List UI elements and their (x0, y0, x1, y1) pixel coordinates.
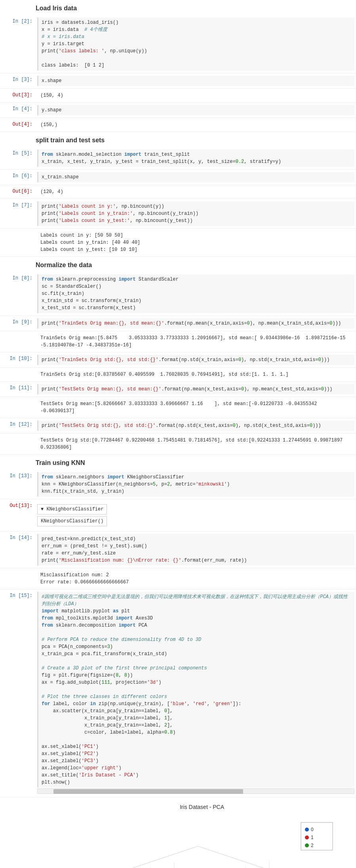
cell-out10: TrainSets Orig std:[0.83785607 0.4095599… (0, 368, 356, 382)
notebook: Load Iris data In [2]: iris = datasets.l… (0, 0, 356, 868)
cell-in2: In [2]: iris = datasets.load_iris() x = … (0, 15, 356, 73)
code-in5: from sklearn.model_selection import trai… (37, 149, 354, 167)
cell-in11: In [11]: print('TestSets Orig mean:{}, s… (0, 382, 356, 397)
cell-in14: In [14]: pred_test=knn.predict(x_test_st… (0, 532, 356, 568)
cell-content-in6: x_train.shape (36, 171, 356, 183)
cell-content-in5: from sklearn.model_selection import trai… (36, 149, 356, 168)
cell-in9: In [9]: print('TrainSets Orig mean:{}, s… (0, 316, 356, 331)
output-out4: (150,) (37, 120, 354, 129)
cell-out12: TestSets Orig std:[0.77284467 0.92200468… (0, 434, 356, 455)
cell-content-in8: from sklearn.preprocessing import Standa… (36, 273, 356, 314)
output-out9: TrainSets Orig mean:[5.8475 3.05333333 3… (37, 334, 354, 350)
code-in15: #因维可视化在二维或三维空间中是无法显现的，但我们可以使用降维技术来可视化数据，… (37, 592, 354, 788)
cell-out14: Misclassification num: 2 Error rate: 0.0… (0, 568, 356, 589)
cell-label-in11: In [11]: (0, 383, 36, 392)
cell-label-in8: In [8]: (0, 273, 36, 282)
cell-label-out14 (0, 570, 36, 571)
output-out12: TestSets Orig std:[0.77284467 0.92200468… (37, 436, 354, 452)
cell-pca-plot: Iris Dataset - PCA 0 1 2 (0, 797, 356, 868)
cell-out9: TrainSets Orig mean:[5.8475 3.05333333 3… (0, 331, 356, 352)
svg-text:2: 2 (311, 843, 314, 848)
cell-content-in3: x.shape (36, 75, 356, 87)
code-in10: print('TrainSets Orig std:{}, std std:{}… (37, 355, 354, 365)
output-out6: (120, 4) (37, 187, 354, 196)
cell-out11: TestSets Orig mean:[5.82666667 3.0333333… (0, 397, 356, 418)
output-out3: (150, 4) (37, 91, 354, 100)
section-header-normalize: Normalize the data (0, 257, 356, 272)
cell-content-out11: TestSets Orig mean:[5.82666667 3.0333333… (36, 399, 356, 416)
cell-content-out14: Misclassification num: 2 Error rate: 0.0… (36, 570, 356, 587)
code-in3: x.shape (37, 76, 354, 86)
code-in14: pred_test=knn.predict(x_test_std) err_nu… (37, 534, 354, 566)
cell-label-out3: Out[3]: (0, 90, 36, 99)
cell-content-in13: from sklearn.neighbors import KNeighbors… (36, 471, 356, 497)
code-in6: x_train.shape (37, 172, 354, 182)
pca-svg-plot: 0 1 2 (40, 814, 356, 868)
cell-label-out12 (0, 435, 36, 436)
output-out10: TrainSets Orig std:[0.83785607 0.4095599… (37, 370, 354, 379)
cell-in5: In [5]: from sklearn.model_selection imp… (0, 147, 356, 170)
cell-label-in9: In [9]: (0, 317, 36, 326)
code-in2: iris = datasets.load_iris() x = iris.dat… (37, 17, 354, 71)
cell-label-in2: In [2]: (0, 17, 36, 25)
code-in13: from sklearn.neighbors import KNeighbors… (37, 472, 354, 497)
svg-point-4 (305, 835, 309, 839)
cell-content-in11: print('TestSets Orig mean:{}, std mean:{… (36, 383, 356, 395)
horizontal-scrollbar[interactable] (37, 788, 354, 794)
cell-content-out6: (120, 4) (36, 187, 356, 197)
cell-in3: In [3]: x.shape (0, 73, 356, 89)
section-header-knn: Train using KNN (0, 455, 356, 470)
pca-plot-title: Iris Dataset - PCA (40, 803, 356, 811)
cell-content-in14: pred_test=knn.predict(x_test_std) err_nu… (36, 533, 356, 566)
cell-content-out3: (150, 4) (36, 90, 356, 101)
output-out7: Labels count in y: [50 50 50] Labels cou… (37, 231, 354, 254)
cell-label-out7 (0, 230, 36, 231)
output-out14: Misclassification num: 2 Error rate: 0.0… (37, 571, 354, 587)
cell-label-pca-plot (0, 799, 36, 868)
cell-content-out7: Labels count in y: [50 50 50] Labels cou… (36, 230, 356, 255)
code-in9: print('TrainSets Orig mean:{}, std mean:… (37, 318, 354, 329)
cell-out7: Labels count in y: [50 50 50] Labels cou… (0, 229, 356, 257)
cell-label-in7: In [7]: (0, 201, 36, 209)
cell-content-out9: TrainSets Orig mean:[5.8475 3.05333333 3… (36, 333, 356, 350)
cell-content-in15: #因维可视化在二维或三维空间中是无法显现的，但我们可以使用降维技术来可视化数据，… (36, 591, 356, 795)
kneighbors-classifier-outer: ▼ KNeighborsClassifier (37, 504, 107, 514)
cell-label-out9 (0, 333, 36, 334)
section-header-load: Load Iris data (0, 0, 356, 15)
svg-text:0: 0 (311, 827, 314, 832)
cell-label-in13: In [13]: (0, 471, 36, 480)
cell-in10: In [10]: print('TrainSets Orig std:{}, s… (0, 352, 356, 368)
cell-content-in4: y.shape (36, 104, 356, 116)
svg-point-6 (305, 843, 309, 847)
cell-out3: Out[3]: (150, 4) (0, 89, 356, 103)
cell-in8: In [8]: from sklearn.preprocessing impor… (0, 272, 356, 316)
cell-content-in12: print('TestSets Orig std:{}, std std:{}'… (36, 420, 356, 432)
cell-label-in14: In [14]: (0, 533, 36, 541)
cell-label-in10: In [10]: (0, 354, 36, 362)
cell-content-in2: iris = datasets.load_iris() x = iris.dat… (36, 17, 356, 71)
cell-label-out6: Out[6]: (0, 187, 36, 195)
code-in8: from sklearn.preprocessing import Standa… (37, 274, 354, 313)
cell-content-in9: print('TrainSets Orig mean:{}, std mean:… (36, 317, 356, 329)
cell-content-out10: TrainSets Orig std:[0.83785607 0.4095599… (36, 369, 356, 380)
cell-label-in6: In [6]: (0, 171, 36, 180)
cell-content-in10: print('TrainSets Orig std:{}, std std:{}… (36, 354, 356, 366)
svg-text:1: 1 (311, 835, 314, 840)
code-in11: print('TestSets Orig mean:{}, std mean:{… (37, 384, 354, 394)
cell-label-in12: In [12]: (0, 420, 36, 428)
cell-out6: Out[6]: (120, 4) (0, 185, 356, 199)
cell-in15: In [15]: #因维可视化在二维或三维空间中是无法显现的，但我们可以使用降维… (0, 589, 356, 797)
code-in7: print('Labels count in y:', np.bincount(… (37, 201, 354, 226)
pca-plot-container: Iris Dataset - PCA 0 1 2 (36, 799, 356, 868)
cell-content-out13: ▼ KNeighborsClassifier KNeighborsClassif… (36, 501, 356, 530)
cell-content-in7: print('Labels count in y:', np.bincount(… (36, 201, 356, 227)
cell-in12: In [12]: print('TestSets Orig std:{}, st… (0, 418, 356, 434)
cell-label-in4: In [4]: (0, 104, 36, 113)
output-out11: TestSets Orig mean:[5.82666667 3.0333333… (37, 400, 354, 415)
section-header-split: split train and test sets (0, 132, 356, 147)
cell-in6: In [6]: x_train.shape (0, 170, 356, 185)
cell-label-in5: In [5]: (0, 149, 36, 157)
cell-label-in15: In [15]: (0, 591, 36, 599)
scrollbar-thumb (53, 789, 243, 794)
cell-label-out10 (0, 369, 36, 371)
